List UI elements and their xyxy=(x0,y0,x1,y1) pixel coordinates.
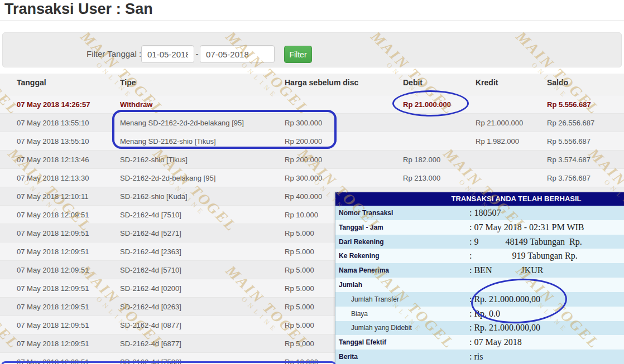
receipt-field-value: : BEN JKUR xyxy=(469,265,543,275)
cell-harga: Rp 300.000 xyxy=(285,169,322,187)
cell-debit: Rp 213.000 xyxy=(403,169,440,187)
receipt-field-label: Ke Rekening xyxy=(339,252,380,260)
table-row: 07 May 2018 13:55:10 Menang SD-2162-shio… xyxy=(0,132,624,150)
cell-kredit: Rp 1.982.000 xyxy=(476,132,519,151)
receipt-row: Tanggal Efektif : 07 May 2018 xyxy=(335,335,624,350)
receipt-row: Tanggal - Jam : 07 May 2018 - 02:31 PM W… xyxy=(335,220,624,235)
cell-tipe: SD-2162-4d [7588] xyxy=(120,353,181,364)
col-header-harga: Harga sebelum disc xyxy=(285,78,358,87)
date-range-separator: - xyxy=(194,49,200,59)
table-row: 07 May 2018 12:13:30 SD-2162-2d-2d-belak… xyxy=(0,168,624,187)
transaction-page: Transaksi User : San Filter Tanggal : - … xyxy=(0,0,624,364)
cell-tanggal: 07 May 2018 12:09:51 xyxy=(17,206,89,224)
receipt-row: Nama Penerima : BEN JKUR xyxy=(335,263,624,278)
table-row: 07 May 2018 13:55:10 Menang SD-2162-2d-2… xyxy=(0,113,624,132)
col-header-debit: Debit xyxy=(403,78,423,87)
filter-date-label: Filter Tanggal : xyxy=(87,49,141,59)
cell-tipe: SD-2162-4d [0877] xyxy=(120,316,181,334)
receipt-field-label: Tanggal Efektif xyxy=(339,338,386,346)
date-from-input[interactable] xyxy=(141,45,194,63)
cell-tipe: SD-2162-shio [Tikus] xyxy=(120,151,188,169)
receipt-field-label: Biaya xyxy=(351,310,368,318)
cell-tanggal: 07 May 2018 12:10:11 xyxy=(17,187,88,206)
cell-harga: Rp 5.000 xyxy=(285,298,314,316)
cell-tanggal: 07 May 2018 13:55:10 xyxy=(17,132,89,151)
receipt-header-bar: TRANSAKSI ANDA TELAH BERHASIL xyxy=(335,192,624,206)
receipt-field-value: : Rp. 0.0 xyxy=(469,309,500,319)
cell-saldo: Rp 3.574.687 xyxy=(547,151,591,169)
receipt-field-value: : 07 May 2018 - 02:31 PM WIB xyxy=(469,222,584,232)
receipt-field-label: Nomor Transaksi xyxy=(339,209,393,217)
cell-tipe: SD-2162-4d [5271] xyxy=(120,224,181,242)
cell-tanggal: 07 May 2018 12:09:51 xyxy=(17,353,89,364)
watermark-tile: MAIN TOGELONLINE xyxy=(574,0,624,12)
receipt-row: Jumlah Transfer : Rp. 21.000.000,00 xyxy=(335,292,624,307)
table-row: 07 May 2018 12:13:46 SD-2162-shio [Tikus… xyxy=(0,150,624,168)
filter-button[interactable]: Filter xyxy=(284,46,312,63)
cell-tipe: SD-2162-4d [0200] xyxy=(120,279,181,298)
receipt-body: Nomor Transaksi : 180507 Tanggal - Jam :… xyxy=(335,206,624,364)
cell-harga: Rp 5.000 xyxy=(285,279,314,298)
receipt-field-value: : Rp. 21.000.000,00 xyxy=(469,323,540,333)
cell-saldo: Rp 5.556.687 xyxy=(547,95,591,114)
receipt-row: Dari Rekening : 9 48149 Tabungan Rp. xyxy=(335,235,624,249)
cell-tipe: SD-2162-4d [7510] xyxy=(120,206,181,224)
date-to-input[interactable] xyxy=(200,45,275,63)
receipt-field-label: Nama Penerima xyxy=(339,266,389,274)
cell-harga: Rp 5.000 xyxy=(285,224,314,242)
receipt-field-value: : 180507 xyxy=(469,208,501,218)
receipt-row: Jumlah yang Didebit : Rp. 21.000.000,00 xyxy=(335,321,624,336)
cell-tanggal: 07 May 2018 12:09:51 xyxy=(17,261,89,279)
cell-tipe: Menang SD-2162-2d-2d-belakang [95] xyxy=(120,114,244,132)
page-title: Transaksi User : San xyxy=(4,1,153,18)
cell-harga: Rp 5.000 xyxy=(285,316,314,334)
receipt-field-value: : 919 Tabungan Rp. xyxy=(469,251,578,261)
cell-tipe: SD-2162-2d-2d-belakang [95] xyxy=(120,169,215,187)
receipt-field-label: Jumlah xyxy=(339,281,362,289)
cell-tipe: SD-2162-shio [Kuda] xyxy=(120,187,188,206)
cell-tanggal: 07 May 2018 14:26:57 xyxy=(17,95,90,114)
receipt-field-label: Berita xyxy=(339,353,358,361)
cell-kredit: Rp 21.000.000 xyxy=(476,114,523,132)
cell-harga: Rp 5.000 xyxy=(285,242,314,261)
cell-tanggal: 07 May 2018 12:09:51 xyxy=(17,298,89,316)
cell-harga: Rp 10.000 xyxy=(285,353,318,364)
cell-harga: Rp 200.000 xyxy=(285,151,322,169)
cell-tanggal: 07 May 2018 12:09:51 xyxy=(17,334,89,353)
cell-saldo: Rp 26.556.687 xyxy=(547,114,594,132)
col-header-kredit: Kredit xyxy=(476,78,498,87)
cell-harga: Rp 200.000 xyxy=(285,132,322,151)
cell-tanggal: 07 May 2018 12:09:51 xyxy=(17,279,89,298)
receipt-field-label: Jumlah yang Didebit xyxy=(351,324,412,332)
cell-saldo: Rp 3.756.687 xyxy=(547,169,591,187)
cell-harga: Rp 400.000 xyxy=(285,187,322,206)
receipt-row: Berita : ris xyxy=(335,350,624,364)
cell-tanggal: 07 May 2018 13:55:10 xyxy=(17,114,89,132)
cell-harga: Rp 10.000 xyxy=(285,206,318,224)
col-header-tanggal: Tanggal xyxy=(17,78,46,87)
receipt-field-value: : Rp. 21.000.000,00 xyxy=(469,294,540,304)
cell-harga: Rp 5.000 xyxy=(285,334,314,353)
receipt-field-value: : 07 May 2018 xyxy=(469,337,522,347)
cell-harga: Rp 300.000 xyxy=(285,114,322,132)
cell-harga: Rp 5.000 xyxy=(285,261,314,279)
receipt-field-value: : ris xyxy=(469,352,483,362)
cell-tipe: SD-2162-4d [2363] xyxy=(120,242,181,261)
cell-debit: Rp 182.000 xyxy=(403,151,440,169)
receipt-field-label: Tanggal - Jam xyxy=(339,224,383,231)
cell-tanggal: 07 May 2018 12:09:51 xyxy=(17,316,89,334)
header-divider xyxy=(0,20,624,21)
cell-tipe: SD-2162-4d [0263] xyxy=(120,298,181,316)
cell-tanggal: 07 May 2018 12:09:51 xyxy=(17,242,89,261)
cell-tipe: SD-2162-4d [6877] xyxy=(120,334,181,353)
receipt-title: TRANSAKSI ANDA TELAH BERHASIL xyxy=(408,192,624,206)
table-row: 07 May 2018 14:26:57 Withdraw Rp 21.000.… xyxy=(0,95,624,113)
cell-tanggal: 07 May 2018 12:13:46 xyxy=(17,151,89,169)
cell-tipe: Withdraw xyxy=(120,95,152,114)
receipt-field-value: : 9 48149 Tabungan Rp. xyxy=(469,237,582,247)
receipt-row: Jumlah xyxy=(335,278,624,292)
cell-tipe: Menang SD-2162-shio [Tikus] xyxy=(120,132,216,151)
table-header-row: Tanggal Tipe Harga sebelum disc Debit Kr… xyxy=(0,78,624,95)
cell-tanggal: 07 May 2018 12:09:51 xyxy=(17,224,89,242)
cell-tipe: SD-2162-4d [5710] xyxy=(120,261,181,279)
